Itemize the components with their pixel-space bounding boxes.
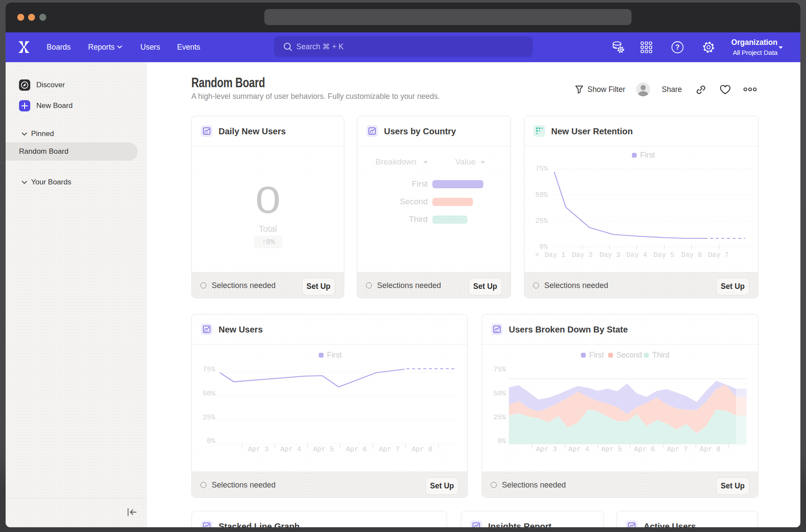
svg-text:?: ? <box>676 44 680 51</box>
